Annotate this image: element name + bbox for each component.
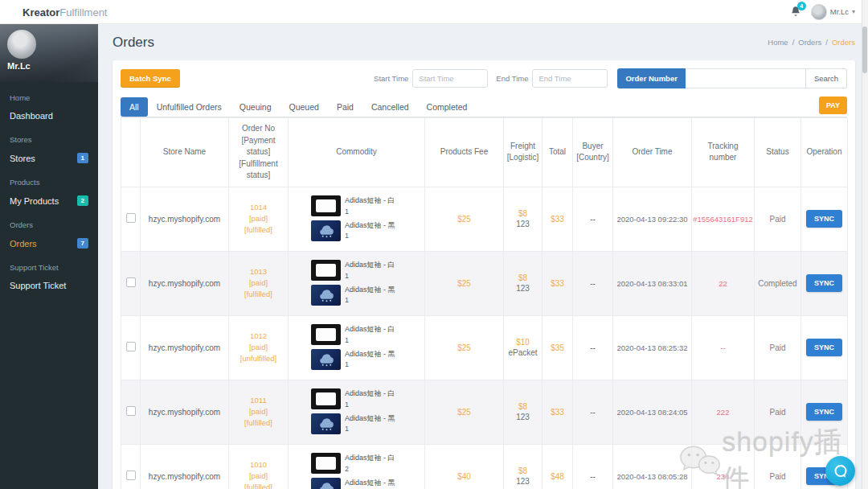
- product-thumbnail: [311, 195, 341, 216]
- notification-bell-icon[interactable]: 4: [790, 6, 803, 18]
- store-name-cell: hzyc.myshopify.com: [141, 444, 229, 489]
- page-scrollbar[interactable]: [862, 0, 868, 489]
- orders-table: Store Name Order No [Payment status] [Fu…: [121, 117, 848, 489]
- checkbox-cell: [121, 187, 141, 251]
- tab-all[interactable]: All: [121, 97, 148, 117]
- row-checkbox[interactable]: [126, 406, 136, 416]
- sync-button[interactable]: SYNC: [806, 274, 842, 292]
- checkbox-cell: [121, 315, 141, 380]
- store-name-cell: hzyc.myshopify.com: [141, 251, 229, 315]
- logistic-name: 123: [504, 220, 542, 228]
- product-name: Adidas短袖 - 黑: [345, 350, 395, 358]
- order-number-input[interactable]: [686, 68, 806, 88]
- payment-status: [paid]: [229, 277, 288, 289]
- app-logo[interactable]: KreatorFulfillment: [23, 5, 108, 19]
- order-no[interactable]: 1010: [229, 459, 288, 471]
- buyer-cell: --: [573, 444, 613, 489]
- sync-button[interactable]: SYNC: [806, 403, 842, 421]
- tab-cancelled[interactable]: Cancelled: [362, 97, 418, 117]
- order-no[interactable]: 1014: [229, 202, 288, 213]
- status-tabs: All Unfulfilled Orders Queuing Queued Pa…: [121, 97, 847, 117]
- freight-cell: $8 123: [504, 380, 542, 444]
- sidebar-item-support-ticket[interactable]: Support Ticket: [0, 274, 98, 297]
- order-no[interactable]: 1012: [229, 331, 288, 342]
- sidebar-item-my-products[interactable]: My Products 2: [0, 189, 98, 212]
- row-checkbox[interactable]: [126, 277, 136, 287]
- sync-button[interactable]: SYNC: [806, 339, 842, 356]
- freight-fee: $10: [516, 338, 530, 347]
- product-qty: 1: [345, 400, 395, 411]
- payment-status: [paid]: [229, 406, 288, 417]
- product-qty: 1: [345, 231, 395, 242]
- sidebar-item-label: Orders: [10, 239, 37, 249]
- sidebar: Mr.Lc Home Dashboard Stores Stores 1 Pro…: [0, 24, 98, 489]
- operation-cell: SYNC: [801, 380, 848, 444]
- pay-button[interactable]: PAY: [819, 97, 847, 114]
- sync-button[interactable]: SYNC: [806, 210, 842, 228]
- chevron-down-icon: ▾: [852, 8, 855, 15]
- commodity-item: Adidas短袖 - 白 1: [311, 388, 424, 411]
- product-qty: 1: [345, 335, 395, 347]
- sidebar-item-orders[interactable]: Orders 7: [0, 232, 98, 255]
- start-time-label: Start Time: [374, 74, 408, 83]
- breadcrumb-separator: /: [792, 38, 795, 47]
- fulfillment-status: [fulfilled]: [229, 417, 288, 429]
- end-time-label: End Time: [496, 74, 528, 83]
- breadcrumb-current: Orders: [832, 38, 855, 47]
- breadcrumb-separator: /: [825, 38, 828, 47]
- tab-unfulfilled-orders[interactable]: Unfulfilled Orders: [148, 97, 231, 117]
- sidebar-item-dashboard[interactable]: Dashboard: [0, 105, 98, 127]
- blue-cloud-image: [317, 481, 335, 489]
- user-name: Mr.Lc: [830, 7, 849, 16]
- tab-paid[interactable]: Paid: [328, 97, 362, 117]
- sidebar-profile: Mr.Lc: [0, 24, 98, 82]
- logistic-name: 123: [504, 413, 542, 421]
- orders-count-badge: 7: [77, 238, 88, 249]
- order-no[interactable]: 1011: [229, 395, 288, 406]
- product-name: Adidas短袖 - 白: [345, 325, 395, 333]
- section-label-orders: Orders: [0, 212, 98, 232]
- row-checkbox[interactable]: [126, 342, 136, 351]
- sidebar-item-label: Stores: [10, 154, 35, 163]
- product-thumbnail: [311, 453, 341, 474]
- operation-cell: SYNC: [801, 187, 848, 251]
- tab-queued[interactable]: Queued: [280, 97, 328, 117]
- header-products-fee: Products Fee: [425, 118, 504, 187]
- tab-completed[interactable]: Completed: [418, 97, 477, 117]
- breadcrumb-home[interactable]: Home: [768, 38, 788, 47]
- start-time-input[interactable]: [412, 69, 488, 88]
- row-checkbox[interactable]: [126, 471, 136, 480]
- row-checkbox[interactable]: [126, 213, 136, 223]
- sidebar-item-label: Support Ticket: [10, 281, 66, 290]
- status-cell: Paid: [755, 187, 801, 251]
- breadcrumb-orders[interactable]: Orders: [798, 38, 821, 47]
- order-number-button[interactable]: Order Number: [617, 68, 685, 88]
- freight-cell: $8 123: [504, 444, 542, 489]
- sidebar-item-stores[interactable]: Stores 1: [0, 146, 98, 170]
- buyer-cell: --: [573, 187, 613, 251]
- user-menu[interactable]: Mr.Lc ▾: [811, 4, 855, 20]
- product-qty: 1: [345, 360, 395, 371]
- live-chat-button[interactable]: [825, 456, 855, 486]
- fulfillment-status: [fulfilled]: [229, 224, 288, 236]
- tab-queuing[interactable]: Queuing: [231, 97, 280, 117]
- commodity-cell: Adidas短袖 - 白 1: [289, 380, 425, 444]
- payment-status: [paid]: [229, 471, 288, 482]
- fulfillment-status: [unfulfilled]: [229, 353, 288, 364]
- total-cell: $33: [542, 251, 573, 315]
- product-name: Adidas短袖 - 白: [345, 196, 395, 204]
- profile-avatar[interactable]: [7, 30, 36, 59]
- search-button[interactable]: Search: [806, 68, 847, 88]
- blue-cloud-image: [317, 224, 335, 238]
- table-row: hzyc.myshopify.com 1010 [paid] [fulfille…: [121, 444, 848, 489]
- scrollbar-thumb[interactable]: [862, 27, 867, 73]
- header-buyer: Buyer [Country]: [573, 118, 613, 187]
- section-label-support-ticket: Support Ticket: [0, 255, 98, 274]
- products-fee-cell: $25: [425, 380, 504, 444]
- product-qty: 1: [345, 424, 395, 435]
- end-time-input[interactable]: [532, 69, 608, 88]
- order-no[interactable]: 1013: [229, 266, 288, 277]
- order-no-cell: 1010 [paid] [fulfilled]: [229, 444, 289, 489]
- batch-sync-button[interactable]: Batch Sync: [121, 69, 180, 88]
- product-name: Adidas短袖 - 黑: [345, 414, 395, 422]
